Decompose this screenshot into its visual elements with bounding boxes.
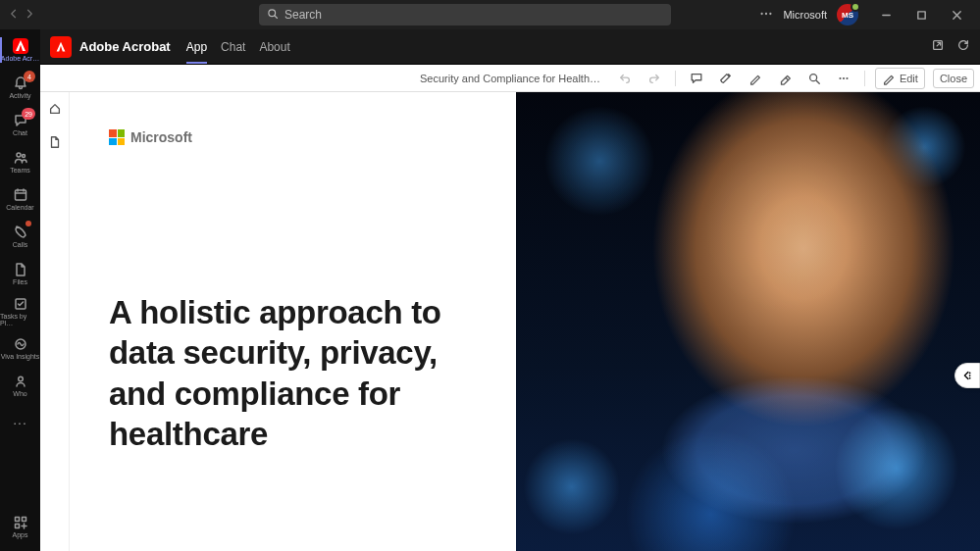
rail-label: Adobe Acr… — [1, 55, 39, 62]
redo-button[interactable] — [644, 68, 665, 89]
user-avatar[interactable]: MS — [837, 4, 858, 25]
rail-label: Teams — [10, 167, 30, 174]
rail-label: Tasks by Pl… — [0, 313, 40, 326]
separator — [864, 71, 865, 86]
draw-button[interactable] — [745, 68, 766, 89]
find-button[interactable] — [803, 68, 825, 89]
rail-label: Calls — [13, 241, 28, 248]
rail-item-activity[interactable]: 4 Activity — [0, 69, 40, 106]
document-page: Microsoft A holistic approach to data se… — [70, 92, 980, 551]
app-brand-name: Adobe Acrobat — [79, 39, 171, 54]
svg-rect-7 — [15, 190, 26, 200]
teams-icon — [13, 150, 28, 166]
thumbnails-button[interactable] — [44, 131, 66, 153]
svg-point-21 — [969, 377, 971, 379]
document-title: Security and Compliance for Health… — [420, 73, 600, 84]
edit-icon — [882, 72, 896, 85]
app-tabs: App Chat About — [186, 30, 290, 64]
tab-label: About — [259, 40, 289, 54]
phone-icon — [13, 225, 28, 240]
chat-badge: 29 — [22, 108, 35, 120]
ellipsis-icon: ··· — [13, 415, 27, 430]
adobe-icon — [13, 38, 28, 54]
tab-about[interactable]: About — [259, 30, 289, 64]
app-brand: Adobe Acrobat — [50, 36, 171, 58]
rail-label: Who — [13, 390, 26, 397]
svg-point-1 — [761, 12, 763, 14]
close-label: Close — [940, 73, 967, 84]
rail-label: Apps — [13, 531, 28, 538]
rail-label: Activity — [9, 92, 30, 99]
global-search-input[interactable]: Search — [259, 4, 671, 25]
rail-item-calls[interactable]: Calls — [0, 218, 40, 255]
presence-indicator — [851, 2, 860, 12]
rail-item-files[interactable]: Files — [0, 255, 40, 292]
nav-forward-button[interactable] — [24, 8, 35, 23]
svg-rect-12 — [22, 518, 26, 522]
window-maximize-button[interactable] — [903, 0, 939, 29]
svg-point-5 — [17, 153, 21, 157]
svg-point-18 — [846, 76, 848, 78]
comment-button[interactable] — [686, 68, 707, 89]
rail-item-who[interactable]: Who — [0, 367, 40, 404]
calls-indicator-dot — [26, 221, 31, 226]
document-heading: A holistic approach to data security, pr… — [109, 292, 477, 454]
collapse-panel-button[interactable] — [954, 363, 980, 388]
tasks-icon — [13, 296, 28, 312]
svg-point-3 — [770, 12, 772, 14]
popout-button[interactable] — [931, 38, 945, 56]
document-toolbar: Security and Compliance for Health… Edit… — [40, 65, 980, 92]
who-icon — [13, 374, 28, 389]
undo-button[interactable] — [614, 68, 636, 89]
hero-image — [516, 92, 980, 551]
rail-apps-button[interactable]: Apps — [0, 508, 40, 545]
org-label: Microsoft — [783, 9, 827, 21]
document-canvas: Microsoft A holistic approach to data se… — [70, 92, 980, 551]
rail-item-adobe[interactable]: Adobe Acr… — [0, 31, 40, 69]
more-tools-button[interactable] — [833, 68, 854, 89]
highlight-button[interactable] — [715, 68, 737, 89]
calendar-icon — [13, 187, 28, 203]
acrobat-logo-icon — [50, 36, 72, 58]
search-icon — [267, 8, 284, 23]
nav-back-button[interactable] — [8, 8, 20, 23]
rail-item-teams[interactable]: Teams — [0, 143, 40, 180]
erase-button[interactable] — [774, 68, 796, 89]
rail-label: Files — [13, 278, 27, 285]
microsoft-squares-icon — [109, 129, 125, 145]
svg-point-20 — [969, 375, 971, 376]
tab-app[interactable]: App — [186, 30, 207, 64]
refresh-button[interactable] — [956, 38, 970, 56]
svg-point-0 — [269, 9, 276, 16]
tab-chat[interactable]: Chat — [221, 30, 245, 64]
rail-item-tasks[interactable]: Tasks by Pl… — [0, 292, 40, 329]
rail-label: Calendar — [6, 204, 33, 211]
edit-button[interactable]: Edit — [875, 68, 925, 89]
window-close-button[interactable] — [939, 0, 974, 29]
search-placeholder: Search — [284, 8, 322, 22]
svg-point-17 — [843, 76, 845, 78]
rail-item-viva[interactable]: Viva Insights — [0, 329, 40, 367]
rail-item-calendar[interactable]: Calendar — [0, 180, 40, 218]
svg-point-19 — [969, 373, 971, 375]
files-icon — [13, 262, 28, 277]
svg-point-16 — [839, 76, 841, 78]
titlebar-more-button[interactable] — [759, 7, 773, 24]
svg-point-15 — [810, 74, 817, 80]
rail-more-button[interactable]: ··· — [0, 404, 40, 441]
svg-rect-4 — [917, 11, 924, 18]
close-button[interactable]: Close — [933, 69, 974, 88]
avatar-initials: MS — [842, 11, 853, 20]
app-header: Adobe Acrobat App Chat About — [40, 29, 980, 65]
tab-label: Chat — [221, 40, 245, 54]
activity-badge: 4 — [24, 71, 35, 82]
home-button[interactable] — [44, 98, 66, 120]
tab-label: App — [186, 40, 207, 54]
svg-point-10 — [18, 376, 23, 381]
svg-rect-11 — [15, 518, 19, 522]
window-minimize-button[interactable] — [868, 0, 903, 29]
rail-item-chat[interactable]: 29 Chat — [0, 106, 40, 143]
viva-icon — [13, 336, 28, 352]
document-sidestrip — [40, 92, 70, 551]
apps-icon — [13, 515, 28, 530]
